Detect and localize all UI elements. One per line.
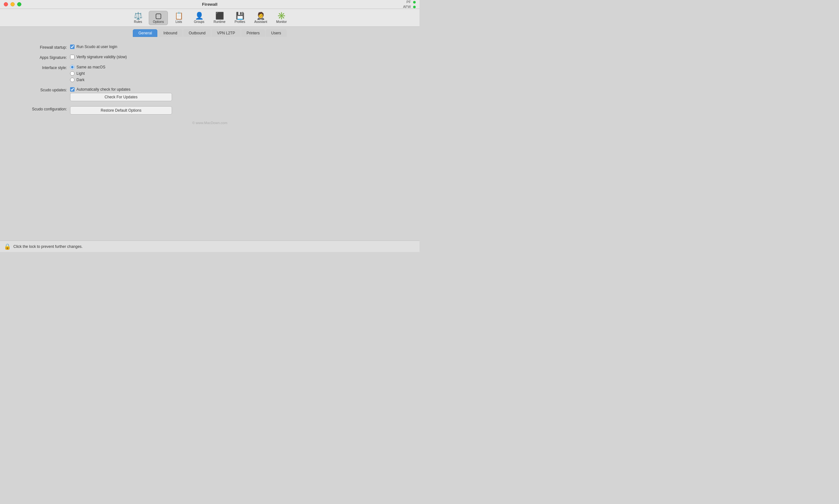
pf-afw-status: PF AFW bbox=[403, 0, 416, 9]
tab-vpn-l2tp[interactable]: VPN L2TP bbox=[211, 29, 240, 37]
interface-style-label: Interface style: bbox=[19, 65, 70, 70]
toolbar-groups-label: Groups bbox=[194, 20, 205, 23]
interface-style-control: Same as macOS Light Dark bbox=[70, 65, 105, 82]
window-controls bbox=[4, 2, 21, 6]
check-for-updates-button[interactable]: Check For Updates bbox=[70, 93, 172, 101]
minimize-button[interactable] bbox=[11, 2, 15, 6]
main-content: Firewall startup: Run Scudo at user logi… bbox=[0, 37, 420, 132]
profiles-icon: 💾 bbox=[236, 13, 244, 19]
pf-label: PF bbox=[403, 0, 416, 4]
toolbar: ⚖️ Rules ▢ Options 📋 Lists 👤 Groups ⬛ Ru… bbox=[0, 9, 420, 27]
scudo-updates-label: Scudo updates: bbox=[19, 87, 70, 92]
scudo-configuration-label: Scudo configuration: bbox=[19, 106, 70, 111]
interface-style-same-as-macos-radio[interactable] bbox=[70, 65, 74, 69]
lock-text: Click the lock to prevent further change… bbox=[13, 245, 83, 249]
apps-signature-checkbox[interactable] bbox=[70, 55, 74, 59]
lists-icon: 📋 bbox=[174, 13, 183, 19]
close-button[interactable] bbox=[4, 2, 8, 6]
bottom-bar: 🔒 Click the lock to prevent further chan… bbox=[0, 240, 420, 252]
tab-outbound[interactable]: Outbound bbox=[183, 29, 211, 37]
restore-default-button[interactable]: Restore Default Options bbox=[70, 106, 172, 114]
interface-style-row: Interface style: Same as macOS Light Dar… bbox=[19, 65, 400, 82]
interface-style-same-as-macos-label: Same as macOS bbox=[76, 65, 105, 69]
scudo-configuration-control: Restore Default Options bbox=[70, 106, 172, 114]
watermark: © www.MacDown.com bbox=[19, 121, 400, 125]
options-icon: ▢ bbox=[155, 13, 162, 19]
afw-label: AFW bbox=[403, 4, 416, 9]
interface-style-dark-row[interactable]: Dark bbox=[70, 78, 105, 82]
toolbar-profiles[interactable]: 💾 Profiles bbox=[230, 11, 250, 25]
tab-printers[interactable]: Printers bbox=[241, 29, 265, 37]
groups-icon: 👤 bbox=[195, 13, 204, 19]
scudo-configuration-row: Scudo configuration: Restore Default Opt… bbox=[19, 106, 400, 114]
window-title: Firewall bbox=[202, 2, 217, 7]
toolbar-assistant[interactable]: 🤵 Assistant bbox=[251, 11, 271, 25]
interface-style-light-radio[interactable] bbox=[70, 71, 74, 76]
firewall-startup-checkbox[interactable] bbox=[70, 44, 74, 49]
toolbar-options-label: Options bbox=[153, 20, 164, 23]
title-bar: Firewall PF AFW bbox=[0, 0, 420, 9]
interface-style-same-as-macos-row[interactable]: Same as macOS bbox=[70, 65, 105, 69]
toolbar-monitor[interactable]: ✳️ Monitor bbox=[272, 11, 291, 25]
toolbar-assistant-label: Assistant bbox=[254, 20, 267, 23]
scudo-updates-checkbox[interactable] bbox=[70, 87, 74, 92]
tab-bar: General Inbound Outbound VPN L2TP Printe… bbox=[0, 27, 420, 37]
tab-users[interactable]: Users bbox=[266, 29, 286, 37]
apps-signature-checkbox-row[interactable]: Verify signature validity (slow) bbox=[70, 55, 127, 59]
monitor-icon: ✳️ bbox=[277, 13, 286, 19]
interface-style-dark-radio[interactable] bbox=[70, 78, 74, 82]
scudo-updates-checkbox-label: Automatically check for updates bbox=[76, 87, 130, 92]
apps-signature-checkbox-label: Verify signature validity (slow) bbox=[76, 55, 127, 59]
tab-inbound[interactable]: Inbound bbox=[158, 29, 183, 37]
apps-signature-row: Apps Signature: Verify signature validit… bbox=[19, 55, 400, 60]
firewall-startup-row: Firewall startup: Run Scudo at user logi… bbox=[19, 44, 400, 50]
scudo-updates-control: Automatically check for updates Check Fo… bbox=[70, 87, 172, 101]
firewall-startup-checkbox-label: Run Scudo at user login bbox=[76, 44, 117, 49]
toolbar-lists-label: Lists bbox=[175, 20, 182, 23]
interface-style-light-label: Light bbox=[76, 71, 85, 76]
interface-style-dark-label: Dark bbox=[76, 78, 84, 82]
apps-signature-label: Apps Signature: bbox=[19, 55, 70, 60]
lock-icon[interactable]: 🔒 bbox=[4, 243, 11, 250]
toolbar-runtime[interactable]: ⬛ Runtime bbox=[210, 11, 229, 25]
assistant-icon: 🤵 bbox=[256, 13, 265, 19]
toolbar-lists[interactable]: 📋 Lists bbox=[169, 11, 188, 25]
maximize-button[interactable] bbox=[17, 2, 21, 6]
scudo-updates-row: Scudo updates: Automatically check for u… bbox=[19, 87, 400, 101]
toolbar-options[interactable]: ▢ Options bbox=[149, 11, 168, 25]
tab-general[interactable]: General bbox=[133, 29, 157, 37]
toolbar-rules-label: Rules bbox=[134, 20, 142, 23]
toolbar-rules[interactable]: ⚖️ Rules bbox=[129, 11, 148, 25]
apps-signature-control: Verify signature validity (slow) bbox=[70, 55, 127, 59]
toolbar-groups[interactable]: 👤 Groups bbox=[190, 11, 209, 25]
firewall-startup-label: Firewall startup: bbox=[19, 44, 70, 50]
runtime-icon: ⬛ bbox=[215, 13, 224, 19]
interface-style-light-row[interactable]: Light bbox=[70, 71, 105, 76]
rules-icon: ⚖️ bbox=[134, 13, 142, 19]
firewall-startup-checkbox-row[interactable]: Run Scudo at user login bbox=[70, 44, 117, 49]
toolbar-profiles-label: Profiles bbox=[235, 20, 245, 23]
scudo-updates-checkbox-row[interactable]: Automatically check for updates bbox=[70, 87, 172, 92]
firewall-startup-control: Run Scudo at user login bbox=[70, 44, 117, 49]
toolbar-monitor-label: Monitor bbox=[276, 20, 287, 23]
toolbar-runtime-label: Runtime bbox=[214, 20, 225, 23]
